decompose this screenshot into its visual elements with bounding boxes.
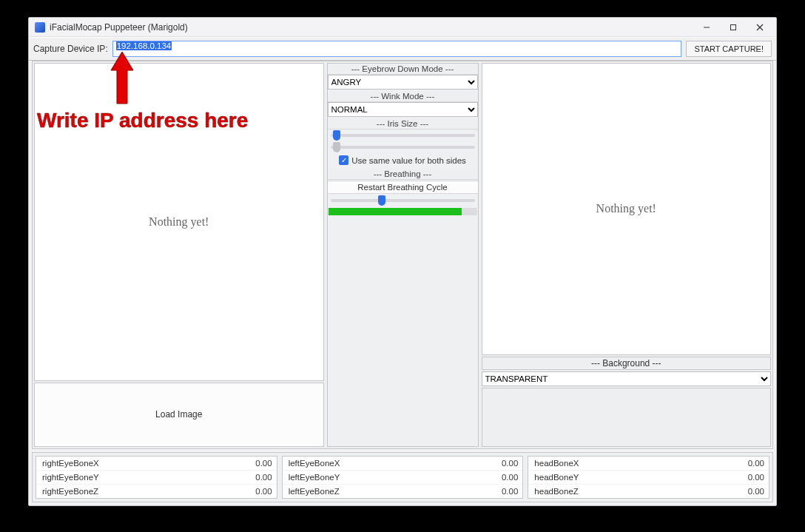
right-column: Nothing yet! --- Background --- TRANSPAR… (482, 63, 772, 447)
maximize-icon (730, 24, 737, 31)
close-button[interactable] (747, 18, 773, 36)
ip-input-value: 192.168.0.134 (116, 41, 172, 50)
right-preview-panel: Nothing yet! (482, 63, 772, 355)
bone-box-left-eye: leftEyeBoneX0.00 leftEyeBoneY0.00 leftEy… (282, 456, 524, 499)
table-row: rightEyeBoneY0.00 (36, 470, 277, 484)
bone-box-right-eye: rightEyeBoneX0.00 rightEyeBoneY0.00 righ… (36, 456, 277, 499)
iris-size-slider-top[interactable] (328, 129, 478, 141)
left-preview-text: Nothing yet! (149, 215, 209, 229)
start-capture-button[interactable]: START CAPTURE! (686, 41, 772, 57)
wink-mode-select[interactable]: NORMAL (328, 102, 478, 117)
table-row: headBoneZ0.00 (528, 484, 769, 498)
background-label: --- Background --- (482, 357, 772, 370)
breathing-progress (329, 208, 477, 215)
breathing-label: --- Breathing --- (328, 169, 478, 180)
annotation-text: Write IP address here (37, 109, 248, 132)
bone-box-head: headBoneX0.00 headBoneY0.00 headBoneZ0.0… (528, 456, 769, 499)
app-window: iFacialMocap Puppeteer (Marigold) Captur… (28, 17, 777, 506)
bone-readouts: rightEyeBoneX0.00 rightEyeBoneY0.00 righ… (32, 452, 773, 502)
background-select[interactable]: TRANSPARENT (482, 371, 772, 386)
ip-label: Capture Device IP: (33, 44, 108, 54)
maximize-button[interactable] (720, 18, 747, 36)
iris-size-label: --- Iris Size --- (328, 118, 478, 129)
breathing-slider[interactable] (328, 195, 478, 206)
load-image-label: Load Image (155, 409, 202, 420)
close-icon (756, 24, 764, 31)
wink-mode-label: --- Wink Mode --- (328, 91, 478, 102)
minimize-icon (703, 24, 710, 31)
table-row: headBoneX0.00 (528, 457, 769, 470)
right-preview-text: Nothing yet! (596, 202, 656, 215)
eyebrow-mode-select[interactable]: ANGRY (328, 75, 478, 90)
table-row: leftEyeBoneZ0.00 (283, 484, 523, 498)
app-icon (35, 22, 45, 33)
settings-column: --- Eyebrow Down Mode --- ANGRY --- Wink… (327, 63, 479, 447)
table-row: rightEyeBoneX0.00 (36, 457, 277, 470)
same-value-checkbox[interactable]: ✓ (339, 155, 348, 165)
eyebrow-mode-label: --- Eyebrow Down Mode --- (328, 64, 478, 75)
iris-size-slider-bottom[interactable] (328, 141, 478, 153)
titlebar: iFacialMocap Puppeteer (Marigold) (29, 18, 776, 37)
table-row: leftEyeBoneX0.00 (283, 457, 523, 470)
restart-breathing-button[interactable]: Restart Breathing Cycle (328, 181, 478, 194)
same-value-row[interactable]: ✓ Use same value for both sides (328, 153, 478, 169)
capture-toolbar: Capture Device IP: 192.168.0.134 START C… (29, 37, 776, 61)
table-row: leftEyeBoneY0.00 (283, 470, 523, 484)
table-row: headBoneY0.00 (528, 470, 769, 484)
window-title: iFacialMocap Puppeteer (Marigold) (50, 22, 188, 33)
background-blank-area (482, 388, 772, 448)
minimize-button[interactable] (693, 18, 720, 36)
svg-rect-1 (731, 24, 736, 30)
load-image-button[interactable]: Load Image (34, 383, 324, 448)
same-value-label: Use same value for both sides (351, 156, 466, 165)
ip-input[interactable]: 192.168.0.134 (112, 41, 682, 57)
table-row: rightEyeBoneZ0.00 (36, 484, 277, 498)
